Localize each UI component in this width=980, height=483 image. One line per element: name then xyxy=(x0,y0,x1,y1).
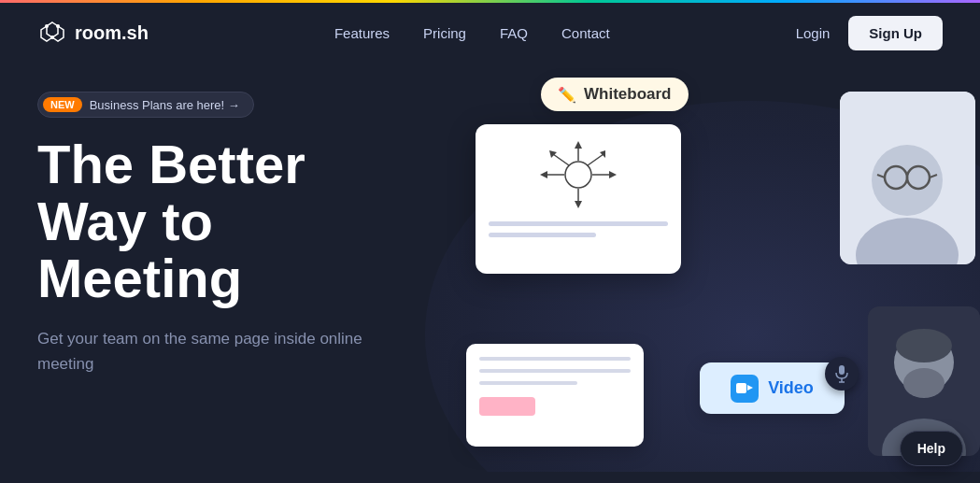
hero-title: The Better Way to Meeting xyxy=(37,136,430,307)
svg-line-12 xyxy=(553,154,569,165)
doc-line-1 xyxy=(479,357,631,361)
hero-subtitle: Get your team on the same page inside on… xyxy=(37,326,374,376)
doc-line-3 xyxy=(479,381,577,385)
wb-line-1 xyxy=(489,221,668,226)
signup-button[interactable]: Sign Up xyxy=(848,16,943,50)
svg-rect-31 xyxy=(839,365,845,375)
nav-link-pricing[interactable]: Pricing xyxy=(423,25,466,41)
hero-title-line2: Way to xyxy=(37,191,213,251)
nav-item-features[interactable]: Features xyxy=(334,25,390,42)
diagram-svg xyxy=(527,137,630,212)
whiteboard-pill: ✏️ Whiteboard xyxy=(541,78,689,111)
svg-point-28 xyxy=(903,368,944,398)
nav-link-contact[interactable]: Contact xyxy=(561,25,610,41)
svg-line-14 xyxy=(588,154,604,165)
svg-point-2 xyxy=(56,24,60,28)
whiteboard-icon: ✏️ xyxy=(558,86,576,104)
video-icon-bg xyxy=(731,375,759,403)
nav-right: Login Sign Up xyxy=(796,16,943,50)
hero-content: NEW Business Plans are here! → The Bette… xyxy=(37,92,430,376)
nav-link-faq[interactable]: FAQ xyxy=(500,25,528,41)
nav-item-pricing[interactable]: Pricing xyxy=(423,25,466,42)
svg-point-1 xyxy=(45,24,49,28)
mic-badge xyxy=(825,357,859,391)
video-card: Video xyxy=(700,362,845,414)
doc-line-2 xyxy=(479,369,631,373)
video-label: Video xyxy=(768,378,814,398)
svg-rect-34 xyxy=(736,383,746,393)
nav-item-faq[interactable]: FAQ xyxy=(500,25,528,42)
svg-point-30 xyxy=(896,329,952,362)
wb-line-2 xyxy=(489,233,596,237)
nav-link-features[interactable]: Features xyxy=(334,25,390,41)
hero-title-line1: The Better xyxy=(37,134,305,194)
whiteboard-card xyxy=(476,124,681,274)
mic-icon xyxy=(834,364,849,383)
svg-marker-5 xyxy=(575,141,582,149)
logo-icon xyxy=(37,19,67,49)
nav-links: Features Pricing FAQ Contact xyxy=(334,25,610,42)
svg-marker-11 xyxy=(609,171,617,178)
svg-marker-35 xyxy=(747,385,753,391)
svg-marker-7 xyxy=(575,201,582,208)
logo[interactable]: room.sh xyxy=(37,19,149,49)
svg-point-3 xyxy=(565,162,591,188)
hero-illustration: ✏️ Whiteboard xyxy=(438,64,980,465)
nav-item-contact[interactable]: Contact xyxy=(561,25,610,42)
svg-point-0 xyxy=(50,36,54,39)
doc-lines xyxy=(479,357,631,423)
avatar-svg xyxy=(840,92,975,264)
avatar-card xyxy=(840,92,975,264)
svg-marker-9 xyxy=(540,171,547,178)
login-button[interactable]: Login xyxy=(796,25,831,41)
badge-text: Business Plans are here! → xyxy=(90,98,240,112)
navbar: room.sh Features Pricing FAQ Contact Log… xyxy=(0,3,980,64)
help-button[interactable]: Help xyxy=(900,431,963,466)
pink-bar xyxy=(479,397,535,416)
whiteboard-label: Whiteboard xyxy=(584,85,672,104)
badge-new-label: NEW xyxy=(43,97,82,112)
doc-card-bottom xyxy=(466,344,644,447)
hero-section: NEW Business Plans are here! → The Bette… xyxy=(0,64,980,472)
video-icon xyxy=(736,382,753,395)
hero-title-line3: Meeting xyxy=(37,248,242,308)
new-badge[interactable]: NEW Business Plans are here! → xyxy=(37,92,254,118)
logo-text: room.sh xyxy=(75,22,149,44)
whiteboard-lines xyxy=(489,221,668,237)
